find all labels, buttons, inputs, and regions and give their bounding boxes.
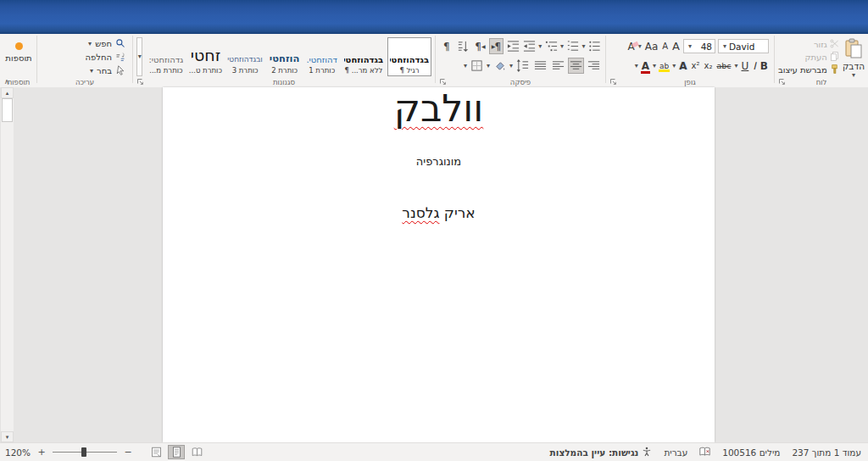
search-icon bbox=[115, 38, 125, 50]
scrollbar-down-arrow[interactable]: ▾ bbox=[1, 431, 14, 442]
vertical-scrollbar[interactable]: ▴ ▾ bbox=[0, 87, 14, 442]
style-preview: גדהוזחטי: bbox=[148, 55, 183, 64]
increase-indent-button[interactable] bbox=[505, 38, 520, 54]
copy-button[interactable]: העתק bbox=[778, 52, 839, 63]
word-application-window: הדבק ▾ גזור העתק bbox=[0, 0, 868, 461]
font-dialog-launcher[interactable] bbox=[609, 77, 617, 86]
chevron-down-icon: ▾ bbox=[653, 63, 656, 69]
cut-button[interactable]: גזור bbox=[778, 39, 839, 50]
scrollbar-thumb[interactable] bbox=[2, 98, 13, 122]
chevron-down-icon: ▾ bbox=[635, 63, 638, 69]
addin-orange-dot-icon bbox=[15, 42, 23, 50]
change-case-button[interactable]: Aa bbox=[644, 40, 659, 53]
word-count-indicator[interactable]: 100516 מילים bbox=[722, 447, 780, 458]
misspelled-word: גלסנר bbox=[402, 204, 439, 221]
cut-label: גזור bbox=[814, 40, 827, 49]
style-card-normal[interactable]: בגדהוזחטי רגיל ¶ bbox=[387, 37, 431, 76]
document-page[interactable]: וולבק מונוגרפיה אריק גלסנר bbox=[163, 87, 715, 442]
copy-label: העתק bbox=[804, 53, 826, 62]
style-name: כותרת 3 bbox=[232, 66, 259, 75]
find-button[interactable]: חפש ▾ bbox=[41, 37, 125, 50]
web-layout-view-button[interactable] bbox=[147, 445, 164, 459]
read-mode-view-button[interactable] bbox=[188, 445, 205, 459]
superscript-button[interactable]: x² bbox=[691, 60, 701, 71]
subscript-button[interactable]: x₂ bbox=[703, 60, 713, 71]
text-highlight-button[interactable]: ab bbox=[659, 61, 670, 71]
grow-font-button[interactable]: A bbox=[671, 39, 681, 53]
select-button[interactable]: בחר ▾ bbox=[41, 64, 125, 77]
chevron-down-icon: ▾ bbox=[538, 43, 542, 50]
font-color-button[interactable]: A bbox=[641, 59, 650, 73]
paragraph-dialog-launcher[interactable] bbox=[438, 77, 447, 86]
format-painter-label: מברשת עיצוב bbox=[778, 65, 827, 75]
addins-button[interactable]: תוספות bbox=[4, 37, 33, 63]
line-spacing-button[interactable] bbox=[515, 58, 531, 74]
replace-button[interactable]: החלפה bbox=[41, 51, 125, 64]
sort-button[interactable] bbox=[456, 38, 471, 54]
style-card-heading1[interactable]: דהוזחטי. כותרת 1 bbox=[303, 37, 340, 76]
style-name: ללא מר... ¶ bbox=[345, 66, 383, 75]
zoom-slider-thumb[interactable] bbox=[81, 447, 86, 457]
accessibility-checker-button[interactable]: נגישות: עיין בהמלצות bbox=[550, 447, 653, 458]
style-preview: הוזחטי bbox=[270, 53, 300, 64]
zoom-in-button[interactable]: + bbox=[37, 447, 46, 458]
paragraph-group-label: פיסקה bbox=[436, 78, 605, 86]
view-shortcuts bbox=[147, 445, 205, 459]
styles-gallery-more-button[interactable]: ▾ bbox=[136, 37, 142, 76]
style-card-no-spacing[interactable]: בגדהוזחטי ללא מר... ¶ bbox=[342, 37, 386, 76]
ltr-text-direction-button[interactable]: ◀¶ bbox=[472, 38, 487, 54]
clear-formatting-button[interactable]: A bbox=[626, 40, 635, 53]
page-number-indicator[interactable]: עמוד 1 מתוך 237 bbox=[792, 447, 861, 458]
justify-button[interactable] bbox=[532, 58, 548, 74]
paste-clipboard-icon bbox=[844, 38, 863, 60]
collapse-ribbon-button[interactable]: ∧ bbox=[4, 78, 9, 86]
zoom-out-button[interactable]: − bbox=[124, 447, 132, 458]
zoom-level-indicator[interactable]: 120% bbox=[5, 447, 31, 458]
style-name: כותרת 1 bbox=[309, 66, 335, 75]
style-card-subtitle[interactable]: גדהוזחטי: כותרת מ... bbox=[146, 37, 186, 76]
style-card-title[interactable]: זחטי' כותרת ט... bbox=[187, 37, 223, 76]
replace-label: החלפה bbox=[85, 53, 112, 62]
text-effects-button[interactable]: A bbox=[678, 59, 687, 73]
italic-button[interactable]: I bbox=[752, 59, 757, 73]
shading-button[interactable] bbox=[492, 58, 508, 74]
multilevel-list-button[interactable] bbox=[543, 38, 559, 54]
clipboard-dialog-launcher[interactable] bbox=[777, 77, 786, 86]
styles-dialog-launcher[interactable] bbox=[136, 77, 144, 86]
rtl-text-direction-button[interactable]: ¶▶ bbox=[489, 38, 504, 54]
align-center-button[interactable] bbox=[568, 58, 584, 74]
bold-button[interactable]: B bbox=[760, 59, 769, 73]
copy-icon bbox=[830, 52, 839, 63]
language-indicator[interactable]: עברית bbox=[664, 447, 687, 458]
font-name-combo[interactable]: ▾ David bbox=[718, 39, 769, 53]
numbering-button[interactable] bbox=[565, 38, 581, 54]
style-card-heading3[interactable]: ובגדהוזחטי כותרת 3 bbox=[225, 37, 264, 76]
show-paragraph-marks-button[interactable]: ¶ bbox=[439, 38, 454, 54]
bullets-button[interactable] bbox=[587, 38, 602, 54]
proofing-book-icon bbox=[699, 447, 710, 458]
document-area: ▴ ▾ וולבק מונוגרפיה אריק גלסנר bbox=[0, 87, 868, 442]
proofing-status-button[interactable] bbox=[699, 447, 710, 458]
paste-button[interactable]: הדבק ▾ bbox=[843, 37, 865, 76]
borders-button[interactable] bbox=[469, 58, 485, 74]
style-preview: זחטי' bbox=[190, 47, 220, 64]
zoom-slider[interactable] bbox=[53, 452, 117, 453]
underline-button[interactable]: U bbox=[741, 59, 750, 73]
style-preview: בגדהוזחטי bbox=[390, 55, 429, 64]
align-left-button[interactable] bbox=[550, 58, 566, 74]
arrow-right-icon: ▶ bbox=[492, 43, 496, 49]
pilcrow-icon: ¶ bbox=[475, 41, 481, 53]
font-size-combo[interactable]: ▾ 48 bbox=[683, 39, 715, 53]
print-layout-view-button[interactable] bbox=[168, 445, 185, 459]
align-right-button[interactable] bbox=[586, 58, 602, 74]
shrink-font-button[interactable]: A bbox=[661, 41, 669, 52]
decrease-indent-button[interactable] bbox=[522, 38, 537, 54]
accessibility-label: נגישות: עיין בהמלצות bbox=[550, 447, 639, 458]
style-name: כותרת ט... bbox=[189, 66, 222, 75]
scrollbar-up-arrow[interactable]: ▴ bbox=[1, 87, 14, 98]
ribbon-home-tab: הדבק ▾ גזור העתק bbox=[0, 34, 868, 88]
style-card-heading2[interactable]: הוזחטי כותרת 2 bbox=[267, 37, 303, 76]
ribbon-group-paragraph: ▾ ▾ ▾ ¶▶ ◀¶ bbox=[436, 34, 605, 87]
format-painter-button[interactable]: מברשת עיצוב bbox=[778, 64, 839, 75]
strikethrough-button[interactable]: abc bbox=[715, 60, 732, 71]
